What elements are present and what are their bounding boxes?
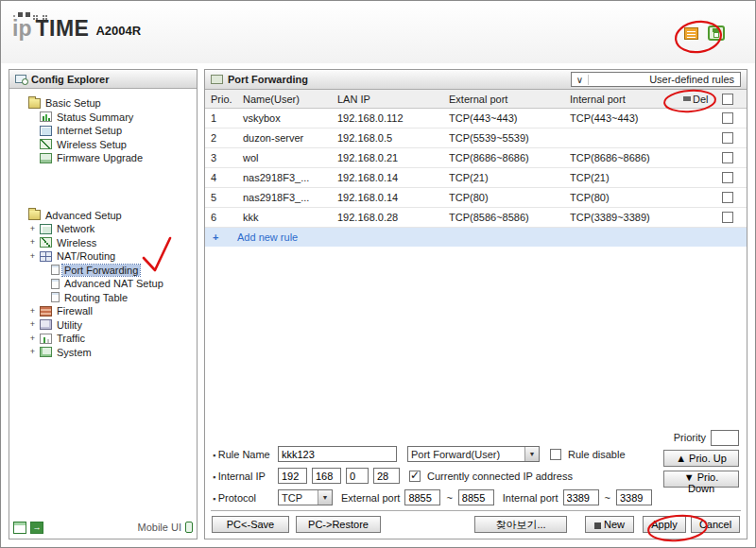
cell-internal-port: TCP(80) <box>566 192 679 203</box>
internal-port-from[interactable] <box>563 489 599 505</box>
ip-octet-4[interactable] <box>373 468 400 484</box>
browse-button[interactable]: 찾아보기... <box>474 516 567 533</box>
rule-name-input[interactable] <box>278 446 397 462</box>
table-row: 5nas2918F3_...192.168.0.14TCP(80)TCP(80) <box>205 188 747 208</box>
ip-octet-1[interactable] <box>278 468 307 484</box>
rule-disable-checkbox[interactable] <box>550 449 561 460</box>
priority-label: Priority <box>674 432 706 443</box>
tree-item-label: Firmware Upgrade <box>55 152 145 163</box>
tree-item-label: NAT/Routing <box>55 250 117 262</box>
tree-item-label: Wireless Setup <box>55 139 129 150</box>
add-new-rule-row[interactable]: + Add new rule <box>205 228 747 247</box>
mobile-ui-link[interactable]: Mobile UI <box>138 522 193 533</box>
tree-item-routing-table[interactable]: Routing Table <box>9 291 197 305</box>
tree-item-traffic[interactable]: +Traffic <box>9 332 197 346</box>
external-port-to[interactable] <box>458 489 494 505</box>
cell-prio: 4 <box>207 172 239 183</box>
cell-lan-ip: 192.168.0.112 <box>334 112 445 124</box>
tree-expander[interactable]: + <box>28 320 37 329</box>
tree-item-internet-setup[interactable]: Internet Setup <box>9 124 197 138</box>
cell-external-port: TCP(80) <box>445 192 566 203</box>
cancel-button[interactable]: Cancel <box>691 516 740 533</box>
row-select-checkbox[interactable] <box>722 172 733 183</box>
dropdown-arrow-icon[interactable] <box>524 447 539 461</box>
tree-item-utility[interactable]: +Utility <box>9 318 197 333</box>
window-icon[interactable] <box>13 522 26 534</box>
rules-filter-dropdown[interactable]: ∨ User-defined rules <box>571 72 741 87</box>
row-select-checkbox[interactable] <box>722 112 733 124</box>
internal-port-to[interactable] <box>616 489 652 505</box>
port-forwarding-icon <box>211 75 223 84</box>
cell-internal-port: TCP(3389~3389) <box>566 212 679 223</box>
tree-expander[interactable]: + <box>28 307 37 316</box>
tree-item-status-summary[interactable]: Status Summary <box>9 111 197 125</box>
row-select-checkbox[interactable] <box>722 212 733 223</box>
cell-prio: 2 <box>207 132 239 144</box>
tree-item-label: Advanced Setup <box>43 210 124 221</box>
chevron-down-icon[interactable]: ∨ <box>572 75 589 85</box>
ip-octet-2[interactable] <box>312 468 341 484</box>
tree-item-basic-setup[interactable]: Basic Setup <box>9 96 197 111</box>
tree-expander[interactable]: + <box>28 225 37 233</box>
priority-up-button[interactable]: ▲ Prio. Up <box>663 450 739 467</box>
cell-external-port: TCP(5539~5539) <box>445 132 566 144</box>
rule-type-dropdown[interactable]: Port Forward(User) <box>407 446 540 462</box>
cell-prio: 1 <box>207 112 239 124</box>
table-row: 2duzon-server192.168.0.5TCP(5539~5539) <box>205 128 747 148</box>
folder-icon <box>28 210 41 220</box>
tree-item-port-forwarding[interactable]: Port Forwarding <box>9 264 197 278</box>
col-name: Name(User) <box>239 94 334 105</box>
select-all-checkbox[interactable] <box>722 94 733 105</box>
tree-item-label: Traffic <box>55 333 87 344</box>
tree-item-system[interactable]: +System <box>9 346 197 360</box>
tree-item-wireless-setup[interactable]: Wireless Setup <box>9 138 197 152</box>
priority-down-button[interactable]: ▼ Prio. Down <box>663 471 739 488</box>
tree-item-advanced-nat-setup[interactable]: Advanced NAT Setup <box>9 277 197 291</box>
tree-item-label: Status Summary <box>55 111 135 123</box>
tree-item-label: Basic Setup <box>43 97 103 109</box>
external-port-from[interactable] <box>404 489 440 505</box>
tree-expander[interactable]: + <box>28 238 37 247</box>
tilde-separator: ~ <box>604 492 611 504</box>
ip-octet-3[interactable] <box>346 468 369 484</box>
delete-selected-button[interactable]: Del <box>679 94 715 105</box>
router-admin-page: ip TIME A2004R Config Explorer Basic Set… <box>0 0 756 548</box>
pc-save-button[interactable]: PC<-Save <box>212 516 289 533</box>
tree-expander[interactable]: + <box>28 334 37 343</box>
apply-button[interactable]: Apply <box>643 516 686 533</box>
tree-item-network[interactable]: +Network <box>9 222 197 236</box>
row-select-checkbox[interactable] <box>722 192 733 203</box>
logout-arrow-icon[interactable]: → <box>30 522 43 534</box>
save-settings-icon[interactable] <box>708 26 725 41</box>
tree-item-nat-routing[interactable]: +NAT/Routing <box>9 249 197 264</box>
wifi-icon <box>40 237 52 248</box>
tree-expander[interactable]: + <box>28 252 37 261</box>
dropdown-arrow-icon[interactable] <box>318 490 332 505</box>
row-select-checkbox[interactable] <box>722 152 733 163</box>
row-select-checkbox[interactable] <box>722 132 733 144</box>
tree-item-wireless[interactable]: +Wireless <box>9 236 197 250</box>
folder-icon <box>28 98 41 109</box>
tree-item-firewall[interactable]: +Firewall <box>9 304 197 318</box>
current-ip-checkbox[interactable] <box>409 471 421 482</box>
cell-name: vskybox <box>239 112 334 124</box>
setup-wizard-icon[interactable] <box>684 27 698 40</box>
brand-time: TIME <box>35 19 89 38</box>
priority-input[interactable] <box>711 430 739 446</box>
current-ip-label: Currently connected IP address <box>427 471 573 482</box>
config-tree: Basic SetupStatus SummaryInternet SetupW… <box>9 89 197 359</box>
cell-internal-port: TCP(21) <box>566 172 679 183</box>
tree-item-firmware-upgrade[interactable]: Firmware Upgrade <box>9 151 197 165</box>
wifi-icon <box>40 139 52 149</box>
cell-name: nas2918F3_... <box>239 172 334 183</box>
tree-expander[interactable]: + <box>28 348 37 356</box>
new-rule-button[interactable]: New <box>585 516 634 533</box>
sys-icon <box>40 347 52 357</box>
rules-table-body: 1vskybox192.168.0.112TCP(443~443)TCP(443… <box>205 109 747 228</box>
protocol-dropdown[interactable]: TCP <box>278 489 333 505</box>
tree-item-advanced-setup[interactable]: Advanced Setup <box>9 209 197 223</box>
pc-restore-button[interactable]: PC->Restore <box>296 516 381 533</box>
main-header: Port Forwarding ∨ User-defined rules <box>205 70 747 90</box>
rule-type-value: Port Forward(User) <box>408 449 524 460</box>
tree-item-label: Port Forwarding <box>62 265 140 276</box>
